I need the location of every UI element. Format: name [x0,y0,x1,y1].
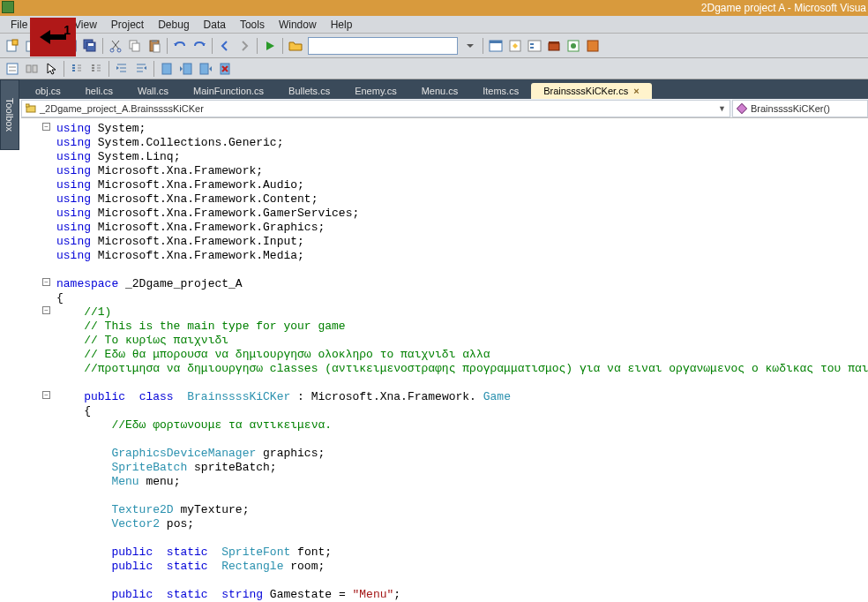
svg-rect-1 [12,40,18,45]
tab-heli[interactable]: heli.cs [73,83,125,99]
find-dropdown-button[interactable] [461,37,479,55]
menu-bar: File Edit View Project Debug Data Tools … [0,16,868,34]
window-titlebar: 2Dgame project A - Microsoft Visua [0,0,868,16]
cut-button[interactable] [107,37,124,55]
nav-back-button[interactable] [216,37,234,55]
svg-rect-21 [530,47,534,49]
find-combo[interactable] [308,37,458,55]
tab-obj[interactable]: obj.cs [23,83,73,99]
next-bookmark-button[interactable] [197,60,214,78]
type-navigator[interactable]: _2Dgame_project_A.BrainssssKiCKer ▼ [21,100,730,117]
chevron-down-icon: ▼ [718,104,726,113]
toolbox-label: Toolbox [4,98,15,132]
arrow-left-icon [40,30,66,44]
document-tab-strip: obj.cs heli.cs Wall.cs MainFunction.cs B… [0,79,868,99]
svg-rect-32 [200,64,208,74]
outdent-button[interactable] [132,60,150,78]
method-icon [737,103,747,114]
display-class-button[interactable] [4,60,21,78]
clear-bookmarks-button[interactable] [216,60,234,78]
outline-collapse-icon[interactable]: − [42,278,50,286]
outline-collapse-icon[interactable]: − [42,306,50,314]
svg-rect-15 [153,44,160,52]
toolbar-separator [257,38,258,54]
toolbar-separator [282,38,283,54]
display-member-button[interactable] [23,60,41,78]
editor-gutter: − − − − [21,118,53,602]
tab-menu[interactable]: Menu.cs [409,83,471,99]
svg-rect-19 [528,41,541,51]
menu-data[interactable]: Data [197,17,233,33]
new-project-button[interactable] [4,37,21,55]
indent-button[interactable] [113,60,131,78]
member-name: BrainssssKiCKer() [751,103,830,114]
toolbar-separator [167,38,168,54]
start-page-button[interactable] [565,37,582,55]
solution-config-button[interactable] [287,37,304,55]
toolbox-panel-tab[interactable]: Toolbox [0,79,19,150]
code-editor[interactable]: − − − − using System; using System.Colle… [21,118,868,602]
toolbox-button[interactable] [545,37,563,55]
save-all-button[interactable] [81,37,99,55]
window-title: 2Dgame project A - Microsoft Visua [701,2,868,14]
member-navigator[interactable]: BrainssssKiCKer() [732,100,868,117]
toolbar-separator [102,38,103,54]
menu-debug[interactable]: Debug [151,17,196,33]
comment-button[interactable] [68,60,86,78]
code-nav-bar: _2Dgame_project_A.BrainssssKiCKer ▼ Brai… [21,99,868,118]
type-name: _2Dgame_project_A.BrainssssKiCKer [40,103,204,114]
properties-button[interactable] [506,37,524,55]
svg-rect-20 [530,43,534,45]
outline-collapse-icon[interactable]: − [42,391,50,399]
svg-rect-31 [183,64,191,74]
tab-brainsssskicker[interactable]: BrainssssKiCKer.cs× [531,83,651,99]
toolbar-separator [483,38,483,54]
tab-wall[interactable]: Wall.cs [125,83,181,99]
nav-forward-button[interactable] [236,37,253,55]
marker-label: 1 [64,23,71,37]
marker-overlay: 1 [30,18,76,56]
solution-explorer-button[interactable] [487,37,505,55]
outline-collapse-icon[interactable]: − [42,123,50,131]
app-icon [2,1,14,13]
menu-tools[interactable]: Tools [233,17,272,33]
prev-bookmark-button[interactable] [177,60,195,78]
secondary-toolbar [0,58,868,79]
main-toolbar [0,34,868,58]
svg-point-25 [571,43,576,49]
close-tab-icon[interactable]: × [633,86,639,96]
svg-rect-8 [88,43,94,46]
svg-rect-14 [152,40,157,42]
extension-button[interactable] [584,37,602,55]
start-debug-button[interactable] [261,37,279,55]
toolbar-separator [153,61,154,77]
code-content[interactable]: using System; using System.Collections.G… [56,122,868,602]
svg-rect-28 [26,65,31,72]
toolbar-separator [108,61,109,77]
svg-rect-17 [490,41,502,43]
svg-rect-23 [549,41,559,43]
paste-button[interactable] [146,37,163,55]
undo-button[interactable] [171,37,189,55]
tab-enemy[interactable]: Enemy.cs [342,83,408,99]
menu-project[interactable]: Project [104,17,151,33]
tab-bullets[interactable]: Bullets.cs [276,83,342,99]
bookmark-button[interactable] [158,60,176,78]
menu-help[interactable]: Help [324,17,360,33]
menu-window[interactable]: Window [272,17,324,33]
svg-rect-26 [587,41,598,51]
class-icon [26,103,36,114]
uncomment-button[interactable] [87,60,105,78]
svg-rect-30 [162,64,171,74]
pointer-button[interactable] [42,60,60,78]
toolbar-separator [212,38,213,54]
svg-rect-29 [33,65,37,72]
redo-button[interactable] [191,37,208,55]
object-browser-button[interactable] [526,37,543,55]
tab-label: BrainssssKiCKer.cs [543,86,628,96]
tab-mainfunction[interactable]: MainFunction.cs [181,83,276,99]
copy-button[interactable] [126,37,144,55]
svg-rect-22 [549,43,559,50]
svg-rect-27 [7,64,18,74]
tab-items[interactable]: Items.cs [470,83,531,99]
